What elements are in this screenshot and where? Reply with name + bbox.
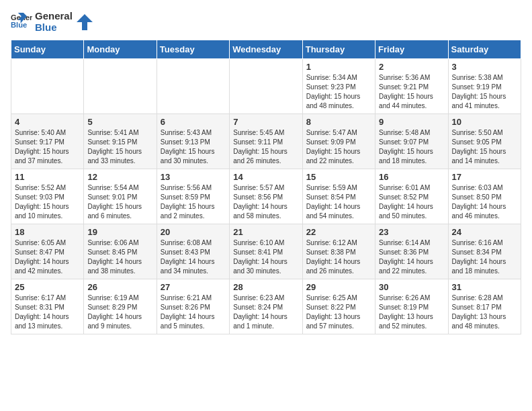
day-info: Sunrise: 5:50 AM Sunset: 9:05 PM Dayligh… bbox=[452, 128, 517, 166]
day-info: Sunrise: 6:26 AM Sunset: 8:19 PM Dayligh… bbox=[379, 293, 444, 331]
weekday-sunday: Sunday bbox=[11, 40, 84, 59]
day-info: Sunrise: 6:28 AM Sunset: 8:17 PM Dayligh… bbox=[452, 293, 517, 331]
day-info: Sunrise: 6:16 AM Sunset: 8:34 PM Dayligh… bbox=[452, 238, 517, 276]
day-number: 7 bbox=[233, 117, 298, 127]
weekday-header-row: SundayMondayTuesdayWednesdayThursdayFrid… bbox=[11, 40, 521, 59]
calendar-cell: 4Sunrise: 5:40 AM Sunset: 9:17 PM Daylig… bbox=[11, 114, 84, 169]
calendar-cell: 19Sunrise: 6:06 AM Sunset: 8:45 PM Dayli… bbox=[84, 224, 157, 279]
day-number: 9 bbox=[379, 117, 444, 127]
day-number: 16 bbox=[379, 172, 444, 182]
week-row-2: 4Sunrise: 5:40 AM Sunset: 9:17 PM Daylig… bbox=[11, 114, 521, 169]
day-number: 1 bbox=[306, 62, 371, 72]
day-info: Sunrise: 5:38 AM Sunset: 9:19 PM Dayligh… bbox=[452, 73, 517, 111]
day-info: Sunrise: 6:06 AM Sunset: 8:45 PM Dayligh… bbox=[87, 238, 152, 276]
day-number: 26 bbox=[87, 282, 152, 292]
day-number: 5 bbox=[87, 117, 152, 127]
day-info: Sunrise: 5:45 AM Sunset: 9:11 PM Dayligh… bbox=[233, 128, 298, 166]
day-number: 6 bbox=[161, 117, 226, 127]
day-info: Sunrise: 6:23 AM Sunset: 8:24 PM Dayligh… bbox=[233, 293, 298, 331]
day-number: 19 bbox=[87, 227, 152, 237]
day-number: 23 bbox=[379, 227, 444, 237]
calendar-table: SundayMondayTuesdayWednesdayThursdayFrid… bbox=[11, 40, 521, 334]
calendar-header: SundayMondayTuesdayWednesdayThursdayFrid… bbox=[11, 40, 521, 59]
day-number: 21 bbox=[233, 227, 298, 237]
day-info: Sunrise: 5:56 AM Sunset: 8:59 PM Dayligh… bbox=[161, 183, 226, 221]
calendar-cell: 27Sunrise: 6:21 AM Sunset: 8:26 PM Dayli… bbox=[157, 279, 229, 334]
weekday-monday: Monday bbox=[84, 40, 157, 59]
calendar-cell: 24Sunrise: 6:16 AM Sunset: 8:34 PM Dayli… bbox=[448, 224, 521, 279]
day-info: Sunrise: 6:05 AM Sunset: 8:47 PM Dayligh… bbox=[15, 238, 80, 276]
day-info: Sunrise: 5:59 AM Sunset: 8:54 PM Dayligh… bbox=[306, 183, 371, 221]
logo: General Blue General Blue bbox=[11, 11, 94, 33]
day-number: 24 bbox=[452, 227, 517, 237]
calendar-cell: 30Sunrise: 6:26 AM Sunset: 8:19 PM Dayli… bbox=[375, 279, 448, 334]
svg-text:Blue: Blue bbox=[11, 21, 27, 29]
day-info: Sunrise: 5:36 AM Sunset: 9:21 PM Dayligh… bbox=[379, 73, 444, 111]
day-number: 13 bbox=[161, 172, 226, 182]
day-number: 3 bbox=[452, 62, 517, 72]
calendar-cell: 13Sunrise: 5:56 AM Sunset: 8:59 PM Dayli… bbox=[157, 169, 229, 224]
calendar-cell bbox=[230, 59, 302, 114]
calendar-cell bbox=[11, 59, 84, 114]
week-row-3: 11Sunrise: 5:52 AM Sunset: 9:03 PM Dayli… bbox=[11, 169, 521, 224]
day-number: 17 bbox=[452, 172, 517, 182]
day-info: Sunrise: 6:17 AM Sunset: 8:31 PM Dayligh… bbox=[15, 293, 80, 331]
calendar-cell: 7Sunrise: 5:45 AM Sunset: 9:11 PM Daylig… bbox=[230, 114, 302, 169]
calendar-cell bbox=[157, 59, 229, 114]
week-row-5: 25Sunrise: 6:17 AM Sunset: 8:31 PM Dayli… bbox=[11, 279, 521, 334]
logo-arrow-icon bbox=[75, 13, 94, 32]
day-info: Sunrise: 5:34 AM Sunset: 9:23 PM Dayligh… bbox=[306, 73, 371, 111]
calendar-cell: 21Sunrise: 6:10 AM Sunset: 8:41 PM Dayli… bbox=[230, 224, 302, 279]
day-info: Sunrise: 6:08 AM Sunset: 8:43 PM Dayligh… bbox=[161, 238, 226, 276]
calendar-cell: 9Sunrise: 5:48 AM Sunset: 9:07 PM Daylig… bbox=[375, 114, 448, 169]
day-number: 15 bbox=[306, 172, 371, 182]
day-number: 22 bbox=[306, 227, 371, 237]
weekday-friday: Friday bbox=[375, 40, 448, 59]
calendar-body: 1Sunrise: 5:34 AM Sunset: 9:23 PM Daylig… bbox=[11, 59, 521, 334]
calendar-cell: 1Sunrise: 5:34 AM Sunset: 9:23 PM Daylig… bbox=[302, 59, 375, 114]
weekday-thursday: Thursday bbox=[302, 40, 375, 59]
calendar-cell: 10Sunrise: 5:50 AM Sunset: 9:05 PM Dayli… bbox=[448, 114, 521, 169]
calendar-cell: 15Sunrise: 5:59 AM Sunset: 8:54 PM Dayli… bbox=[302, 169, 375, 224]
day-number: 8 bbox=[306, 117, 371, 127]
day-number: 25 bbox=[15, 282, 80, 292]
weekday-tuesday: Tuesday bbox=[157, 40, 229, 59]
day-number: 14 bbox=[233, 172, 298, 182]
calendar-cell: 3Sunrise: 5:38 AM Sunset: 9:19 PM Daylig… bbox=[448, 59, 521, 114]
weekday-saturday: Saturday bbox=[448, 40, 521, 59]
calendar-cell: 6Sunrise: 5:43 AM Sunset: 9:13 PM Daylig… bbox=[157, 114, 229, 169]
week-row-1: 1Sunrise: 5:34 AM Sunset: 9:23 PM Daylig… bbox=[11, 59, 521, 114]
calendar-cell: 28Sunrise: 6:23 AM Sunset: 8:24 PM Dayli… bbox=[230, 279, 302, 334]
day-info: Sunrise: 6:21 AM Sunset: 8:26 PM Dayligh… bbox=[161, 293, 226, 331]
day-number: 27 bbox=[161, 282, 226, 292]
calendar-cell: 8Sunrise: 5:47 AM Sunset: 9:09 PM Daylig… bbox=[302, 114, 375, 169]
day-info: Sunrise: 6:25 AM Sunset: 8:22 PM Dayligh… bbox=[306, 293, 371, 331]
day-info: Sunrise: 5:47 AM Sunset: 9:09 PM Dayligh… bbox=[306, 128, 371, 166]
calendar-cell bbox=[84, 59, 157, 114]
day-number: 31 bbox=[452, 282, 517, 292]
day-info: Sunrise: 5:48 AM Sunset: 9:07 PM Dayligh… bbox=[379, 128, 444, 166]
weekday-wednesday: Wednesday bbox=[230, 40, 302, 59]
calendar-cell: 31Sunrise: 6:28 AM Sunset: 8:17 PM Dayli… bbox=[448, 279, 521, 334]
day-number: 10 bbox=[452, 117, 517, 127]
day-info: Sunrise: 5:57 AM Sunset: 8:56 PM Dayligh… bbox=[233, 183, 298, 221]
svg-marker-3 bbox=[77, 14, 93, 30]
calendar-cell: 22Sunrise: 6:12 AM Sunset: 8:38 PM Dayli… bbox=[302, 224, 375, 279]
calendar-cell: 26Sunrise: 6:19 AM Sunset: 8:29 PM Dayli… bbox=[84, 279, 157, 334]
calendar-cell: 29Sunrise: 6:25 AM Sunset: 8:22 PM Dayli… bbox=[302, 279, 375, 334]
calendar-cell: 17Sunrise: 6:03 AM Sunset: 8:50 PM Dayli… bbox=[448, 169, 521, 224]
logo-general: General bbox=[35, 11, 73, 22]
day-number: 29 bbox=[306, 282, 371, 292]
day-number: 2 bbox=[379, 62, 444, 72]
day-number: 11 bbox=[15, 172, 80, 182]
day-number: 30 bbox=[379, 282, 444, 292]
logo-icon: General Blue bbox=[11, 13, 32, 32]
calendar-cell: 16Sunrise: 6:01 AM Sunset: 8:52 PM Dayli… bbox=[375, 169, 448, 224]
day-number: 12 bbox=[87, 172, 152, 182]
day-info: Sunrise: 6:12 AM Sunset: 8:38 PM Dayligh… bbox=[306, 238, 371, 276]
calendar-cell: 14Sunrise: 5:57 AM Sunset: 8:56 PM Dayli… bbox=[230, 169, 302, 224]
calendar-cell: 20Sunrise: 6:08 AM Sunset: 8:43 PM Dayli… bbox=[157, 224, 229, 279]
page-header: General Blue General Blue bbox=[11, 11, 521, 33]
calendar-cell: 11Sunrise: 5:52 AM Sunset: 9:03 PM Dayli… bbox=[11, 169, 84, 224]
day-info: Sunrise: 6:03 AM Sunset: 8:50 PM Dayligh… bbox=[452, 183, 517, 221]
